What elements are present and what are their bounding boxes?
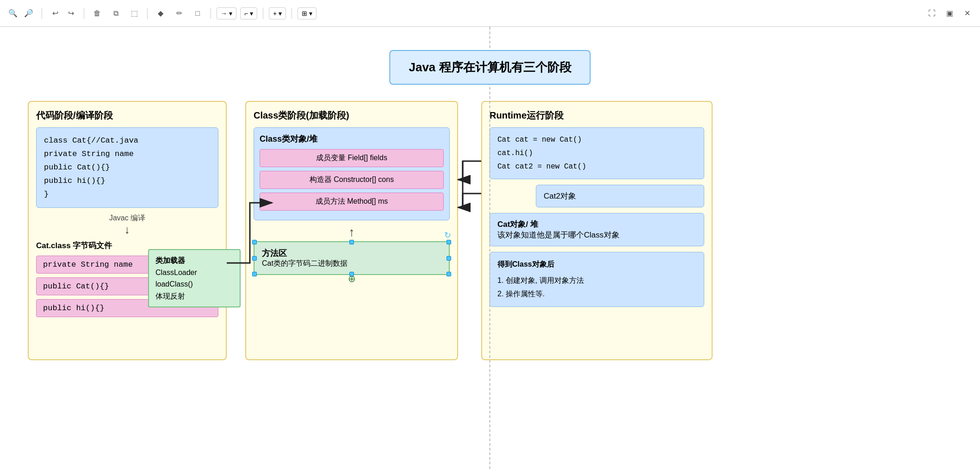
field-method: 成员方法 Method[] ms [260,193,444,211]
bend-combo[interactable]: ⌐ ▾ [240,7,257,19]
field-constructor: 构造器 Constructor[] cons [260,171,444,189]
zoom-controls: 🔍 🔎 [6,6,36,21]
sep2 [84,8,84,19]
field-fields: 成员变量 Field[] fields [260,149,444,167]
shape-button[interactable]: □ [190,6,205,21]
copy-button[interactable]: ⧉ [108,6,123,21]
sep5 [263,8,263,19]
rotate-handle[interactable]: ↻ [444,230,451,240]
handle-ml [252,256,257,261]
classloader-line-2: ClassLoader [155,267,233,279]
sep6 [292,8,292,19]
close-button[interactable]: ✕ [960,6,974,21]
sep1 [42,8,42,19]
code-line-4: public hi(){} [44,175,211,188]
redo-button[interactable]: ↪ [63,6,78,21]
sep4 [211,8,211,19]
handle-tm [349,240,354,244]
fill-button[interactable]: ◆ [153,6,168,21]
fullscreen-button[interactable]: ⛶ [924,6,939,21]
section-right: Runtime运行阶段 Cat cat = new Cat() cat.hi()… [481,101,713,360]
title-text: Java 程序在计算机有三个阶段 [409,60,571,74]
title-box: Java 程序在计算机有三个阶段 [389,50,590,85]
diagram-canvas[interactable]: Java 程序在计算机有三个阶段 代码阶段/编译阶段 class Cat{//C… [0,27,980,469]
section-middle-label: Class类阶段(加载阶段) [254,109,450,122]
cat-heap-label: Cat对象/ 堆 [497,219,696,230]
method-area-sub: Cat类的字节码二进制数据 [262,259,441,269]
move-cursor-icon[interactable]: ⊕ [348,273,356,284]
runtime-code-box: Cat cat = new Cat() cat.hi() Cat cat2 = … [490,127,704,179]
history-controls: ↩ ↪ [48,6,78,21]
handle-mr [447,256,451,261]
handle-tl [252,240,257,244]
arrow-right-to-middle-top [458,161,481,180]
classloader-line-1: 类加载器 [155,255,233,267]
runtime-line-2: cat.hi() [497,147,696,160]
method-area-label: 方法区 [262,248,441,259]
toolbar: 🔍 🔎 ↩ ↪ 🗑 ⧉ ⬚ ◆ ✏ □ → ▾ ⌐ ▾ + ▾ ⊞ ▾ ⛶ ▣ … [0,0,980,27]
panel-button[interactable]: ▣ [942,6,957,21]
cat-heap-box: Cat对象/ 堆 该对象知道他是属于哪个Class对象 [490,213,704,246]
code-line-5: } [44,188,211,201]
after-class-label: 得到Class对象后 [497,258,696,271]
up-arrow-method: ↑ [349,225,355,239]
code-line-2: private String name [44,148,211,161]
after-class-item-1: 1. 创建对象, 调用对象方法 [497,274,696,288]
method-area[interactable]: ↻ 方法区 Cat类的字节码二进制数据 ⊕ [254,241,450,275]
zoom-out-button[interactable]: 🔎 [21,6,36,21]
sep3 [147,8,148,19]
arrow-combo[interactable]: → ▾ [217,7,236,19]
runtime-line-1: Cat cat = new Cat() [497,133,696,147]
code-box-left: class Cat{//Cat.java private String name… [36,127,218,208]
handle-tr [447,240,451,244]
compile-label: Javac 编译 [109,213,145,223]
runtime-line-3: Cat cat2 = new Cat() [497,160,696,174]
code-line-3: public Cat(){} [44,161,211,175]
classloader-line-3: loadClass() [155,278,233,290]
handle-br [447,272,451,276]
cat2-obj-box: Cat2对象 [536,185,704,207]
classloader-line-4: 体现反射 [155,290,233,302]
class-obj-label: Class类对象/堆 [260,133,444,144]
classloader-box: 类加载器 ClassLoader loadClass() 体现反射 [148,249,241,307]
class-obj-container: Class类对象/堆 成员变量 Field[] fields 构造器 Const… [254,127,450,220]
section-left-label: 代码阶段/编译阶段 [36,109,218,122]
after-class-box: 得到Class对象后 1. 创建对象, 调用对象方法 2. 操作属性等. [490,252,704,306]
after-class-item-2: 2. 操作属性等. [497,288,696,301]
code-line-1: class Cat{//Cat.java [44,134,211,148]
delete-button[interactable]: 🗑 [90,6,105,21]
cat2-label: Cat2对象 [544,192,576,200]
undo-button[interactable]: ↩ [48,6,62,21]
cat-heap-desc: 该对象知道他是属于哪个Class对象 [497,230,696,240]
insert-combo[interactable]: + ▾ [269,7,286,19]
section-right-label: Runtime运行阶段 [490,109,704,122]
section-middle: Class类阶段(加载阶段) Class类对象/堆 成员变量 Field[] f… [245,101,458,360]
zoom-in-button[interactable]: 🔍 [6,6,20,21]
section-left: 代码阶段/编译阶段 class Cat{//Cat.java private S… [28,101,227,360]
paste-button[interactable]: ⬚ [127,6,142,21]
handle-bl [252,272,257,276]
table-combo[interactable]: ⊞ ▾ [298,7,316,19]
pen-button[interactable]: ✏ [172,6,186,21]
down-arrow-compile: ↓ [124,223,130,237]
arrow-right-to-middle-bottom [458,194,481,207]
